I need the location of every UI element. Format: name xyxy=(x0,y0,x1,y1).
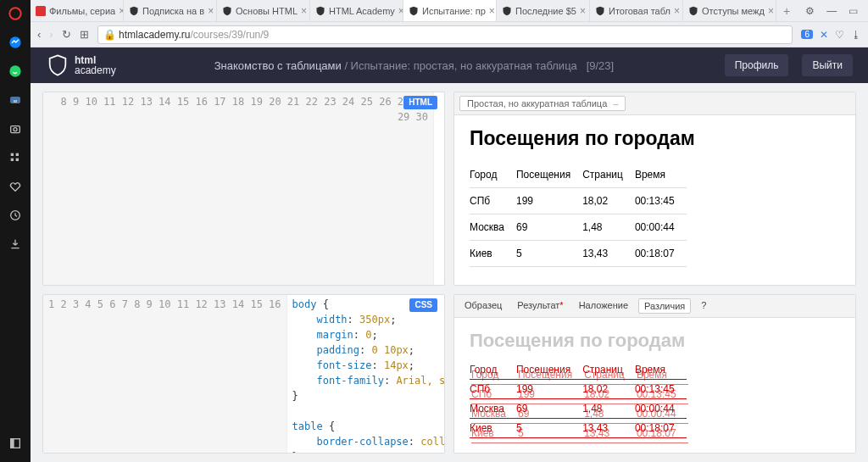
window-controls: ⚙ — ▭ ✕ xyxy=(797,5,868,17)
svg-rect-13 xyxy=(11,439,14,448)
camera-icon[interactable] xyxy=(8,122,22,136)
gutter: 8 9 10 11 12 13 14 15 16 17 18 19 20 21 … xyxy=(43,92,434,285)
close-icon[interactable]: × xyxy=(768,5,774,17)
blocked-count[interactable]: 6 xyxy=(801,30,813,39)
forward-button[interactable]: › xyxy=(49,28,53,41)
breadcrumb-sub: Испытание: простая, но аккуратная таблиц… xyxy=(351,59,577,72)
diff-tab[interactable]: Различия xyxy=(638,298,691,314)
browser-tab[interactable]: Последние $5× xyxy=(497,0,590,21)
site-header: html academy Знакомство с таблицами / Ис… xyxy=(31,47,868,83)
vk-icon[interactable]: w xyxy=(8,93,22,107)
diff-tab[interactable]: Результат xyxy=(512,298,568,314)
heart-icon[interactable] xyxy=(8,180,22,193)
url-path: /courses/39/run/9 xyxy=(191,29,270,41)
clock-icon[interactable] xyxy=(8,209,22,222)
diff-tab[interactable]: Образец xyxy=(459,298,507,314)
favicon xyxy=(222,6,232,16)
browser-window: Фильмы, сериа×Подписка на в×Основы HTML×… xyxy=(31,0,868,462)
workspace: HTML 8 9 10 11 12 13 14 15 16 17 18 19 2… xyxy=(31,83,868,462)
breadcrumb: Знакомство с таблицами / Испытание: прос… xyxy=(214,59,711,72)
browser-tab[interactable]: Отступы межд× xyxy=(683,0,776,21)
svg-rect-5 xyxy=(11,126,20,133)
close-icon[interactable]: × xyxy=(208,5,214,17)
whatsapp-icon[interactable] xyxy=(8,64,22,78)
back-button[interactable]: ‹ xyxy=(37,28,41,41)
reload-button[interactable]: ↻ xyxy=(62,28,71,41)
browser-tab[interactable]: Подписка на в× xyxy=(124,0,217,21)
favicon xyxy=(688,6,698,16)
favicon xyxy=(595,6,605,16)
minimize-button[interactable]: — xyxy=(826,5,837,17)
browser-tab[interactable]: Основы HTML× xyxy=(217,0,310,21)
table-row: ГородПосещенияСтраницВремя xyxy=(470,162,687,188)
url-host: htmlacademy.ru xyxy=(119,29,190,41)
logo-text-2: academy xyxy=(75,65,116,75)
preview-tabs: Простая, но аккуратная таблица – xyxy=(454,92,855,115)
svg-point-0 xyxy=(9,8,20,19)
site-logo[interactable]: html academy xyxy=(46,53,116,77)
diff-tab[interactable]: Наложение xyxy=(574,298,633,314)
favicon xyxy=(409,6,419,16)
close-icon[interactable]: × xyxy=(580,5,586,17)
html-editor[interactable]: HTML 8 9 10 11 12 13 14 15 16 17 18 19 2… xyxy=(42,92,445,286)
shield-logo-icon xyxy=(46,53,70,77)
lock-icon: 🔒 xyxy=(103,29,116,41)
download-status-icon[interactable]: ⭳ xyxy=(851,29,861,41)
bookmark-icon[interactable]: ♡ xyxy=(835,29,844,41)
code-area[interactable]: <body> <h1>Посещения по городам</h1> <ta… xyxy=(434,92,444,285)
page-content: html academy Знакомство с таблицами / Ис… xyxy=(31,47,868,462)
browser-tab[interactable]: HTML Academy× xyxy=(310,0,403,21)
preview-panel: Простая, но аккуратная таблица – Посещен… xyxy=(453,92,856,286)
close-icon[interactable]: × xyxy=(489,5,495,17)
favicon xyxy=(315,6,326,16)
css-editor[interactable]: CSS 1 2 3 4 5 6 7 8 9 10 11 12 13 14 15 … xyxy=(42,294,445,454)
os-sidebar: w xyxy=(0,0,31,462)
browser-tab[interactable]: Фильмы, сериа× xyxy=(31,0,124,21)
table-row: Киев513,4300:18:07 xyxy=(470,241,687,267)
preview-tab[interactable]: Простая, но аккуратная таблица – xyxy=(459,96,626,111)
url-input[interactable]: 🔒 htmlacademy.ru/courses/39/run/9 xyxy=(97,25,793,44)
shield-icon[interactable]: ✕ xyxy=(820,29,828,41)
browser-tab[interactable]: Испытание: пр× xyxy=(403,0,497,21)
diff-panel: ОбразецРезультатНаложениеРазличия? Посещ… xyxy=(453,294,856,454)
svg-rect-8 xyxy=(16,153,19,156)
favicon xyxy=(502,6,512,16)
new-tab-button[interactable]: + xyxy=(776,4,797,18)
diff-body: Посещения по городам ГородПосещенияСтран… xyxy=(454,318,855,453)
table-row: Москва691,4800:00:44 xyxy=(470,214,687,241)
page-title: Посещения по городам xyxy=(470,127,840,150)
browser-tab[interactable]: Итоговая табл× xyxy=(590,0,683,21)
exit-button[interactable]: Выйти xyxy=(802,54,853,76)
panel-icon[interactable] xyxy=(8,437,22,450)
data-table: ГородПосещенияСтраницВремяСПб19918,0200:… xyxy=(470,162,687,267)
download-icon[interactable] xyxy=(8,237,22,251)
svg-rect-14 xyxy=(36,6,46,16)
maximize-button[interactable]: ▭ xyxy=(849,5,858,17)
svg-point-6 xyxy=(14,128,17,131)
close-icon[interactable]: × xyxy=(301,5,307,17)
gutter: 1 2 3 4 5 6 7 8 9 10 11 12 13 14 15 16 xyxy=(43,295,287,453)
table-row: Киев513,4300:18:07 xyxy=(471,424,688,443)
profile-button[interactable]: Профиль xyxy=(725,54,789,76)
lang-badge-css: CSS xyxy=(409,298,437,312)
code-area[interactable]: body { width: 350px; margin: 0; padding:… xyxy=(287,295,444,453)
diff-title: Посещения по городам xyxy=(470,330,840,352)
close-icon[interactable]: × xyxy=(674,5,680,17)
settings-icon[interactable]: ⚙ xyxy=(805,5,815,17)
speed-dial-button[interactable]: ⊞ xyxy=(80,28,89,41)
opera-logo-icon xyxy=(8,7,22,20)
apps-icon[interactable] xyxy=(8,151,22,164)
svg-rect-9 xyxy=(11,159,14,161)
diff-table-overlay: ГородПосещенияСтраницВремяСПб19918,0200:… xyxy=(471,365,688,443)
favicon xyxy=(129,6,139,16)
diff-tab[interactable]: ? xyxy=(696,298,711,314)
breadcrumb-main[interactable]: Знакомство с таблицами xyxy=(214,59,342,72)
titlebar: Фильмы, сериа×Подписка на в×Основы HTML×… xyxy=(31,0,868,22)
address-bar: ‹ › ↻ ⊞ 🔒 htmlacademy.ru/courses/39/run/… xyxy=(31,22,868,47)
close-tab-icon[interactable]: – xyxy=(613,98,618,109)
table-row: Москва691,4800:00:44 xyxy=(471,404,688,424)
progress-counter: [9/23] xyxy=(587,59,615,72)
messenger-icon[interactable] xyxy=(8,36,22,49)
svg-point-2 xyxy=(9,65,20,76)
table-row: СПб19918,0200:13:45 xyxy=(470,188,687,214)
